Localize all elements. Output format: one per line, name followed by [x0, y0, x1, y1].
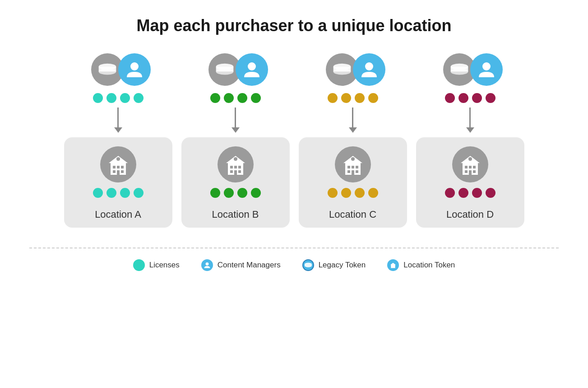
icons-group-D — [443, 53, 497, 86]
svg-point-3 — [130, 62, 139, 70]
dot — [445, 93, 455, 103]
svg-rect-38 — [356, 170, 358, 173]
dots-row-top-C — [328, 93, 378, 103]
svg-rect-11 — [117, 170, 120, 175]
dot — [486, 93, 495, 103]
legend-content-managers-icon — [201, 259, 213, 271]
legend-content-managers: Content Managers — [201, 259, 281, 271]
svg-rect-23 — [230, 170, 233, 173]
dots-row-bottom-B — [210, 188, 261, 198]
svg-rect-37 — [352, 170, 354, 175]
legend-location-token-icon — [387, 259, 399, 271]
svg-point-28 — [333, 68, 351, 75]
svg-rect-36 — [347, 170, 350, 173]
legend-location-token: Location Token — [387, 259, 455, 271]
location-label-A: Location A — [95, 209, 141, 220]
svg-point-42 — [482, 62, 491, 70]
icons-group-B — [208, 53, 263, 86]
person-icon-A — [118, 53, 151, 86]
svg-rect-49 — [465, 170, 468, 173]
svg-rect-25 — [238, 170, 241, 173]
dot — [224, 188, 234, 198]
svg-point-32 — [351, 157, 355, 161]
dot — [237, 188, 247, 198]
svg-point-41 — [450, 68, 468, 75]
svg-rect-47 — [469, 166, 472, 168]
svg-rect-33 — [347, 166, 350, 168]
legend-row: Licenses Content Managers Legacy Token — [133, 259, 455, 271]
svg-point-19 — [234, 157, 237, 161]
dot — [328, 188, 338, 198]
svg-rect-48 — [473, 166, 476, 168]
dot — [368, 188, 378, 198]
legend-licenses-icon — [133, 259, 145, 271]
main-content: Location A — [0, 53, 588, 271]
svg-rect-34 — [352, 166, 354, 168]
svg-point-16 — [248, 62, 256, 70]
svg-point-6 — [116, 157, 120, 161]
person-icon-D — [470, 53, 503, 86]
dot — [210, 93, 220, 103]
dot — [341, 93, 351, 103]
svg-rect-10 — [113, 170, 116, 173]
icons-group-A — [91, 53, 145, 86]
location-label-D: Location D — [446, 209, 494, 220]
svg-point-2 — [98, 68, 116, 75]
dot — [341, 188, 351, 198]
svg-rect-56 — [391, 265, 396, 268]
svg-rect-8 — [117, 166, 120, 168]
purchaser-col-C: Location C — [308, 53, 398, 228]
svg-marker-57 — [390, 263, 396, 265]
building-icon-B — [218, 146, 254, 182]
dot — [93, 188, 103, 198]
legend-licenses-label: Licenses — [149, 261, 180, 270]
dots-row-bottom-A — [93, 188, 144, 198]
arrow-B — [229, 108, 242, 135]
dot — [368, 93, 378, 103]
dot — [106, 93, 116, 103]
legend-legacy-token-label: Legacy Token — [319, 261, 366, 270]
svg-rect-35 — [356, 166, 358, 168]
divider — [29, 248, 559, 248]
svg-rect-51 — [473, 170, 476, 173]
dot — [355, 188, 365, 198]
svg-rect-7 — [113, 166, 116, 168]
purchasers-row: Location A — [73, 53, 515, 228]
dots-row-top-B — [210, 93, 261, 103]
svg-rect-46 — [465, 166, 468, 168]
location-box-A: Location A — [64, 137, 172, 228]
dot — [445, 188, 455, 198]
svg-rect-20 — [230, 166, 233, 168]
arrow-A — [111, 108, 125, 135]
svg-rect-24 — [234, 170, 237, 175]
page-title: Map each purchaser to a unique location — [136, 16, 451, 35]
purchaser-col-B: Location B — [190, 53, 281, 228]
dot — [251, 188, 261, 198]
dot — [486, 188, 495, 198]
svg-point-29 — [365, 62, 373, 70]
dot — [93, 93, 103, 103]
svg-point-45 — [468, 157, 472, 161]
person-icon-C — [353, 53, 385, 86]
dot — [472, 93, 482, 103]
dots-row-top-A — [93, 93, 144, 103]
dots-row-bottom-C — [328, 188, 378, 198]
dots-row-top-D — [445, 93, 495, 103]
svg-rect-12 — [121, 170, 124, 173]
dot — [237, 93, 247, 103]
legend-location-token-label: Location Token — [403, 261, 455, 270]
location-box-C: Location C — [299, 137, 407, 228]
legend-legacy-token-icon — [302, 259, 314, 271]
legend-legacy-token: Legacy Token — [302, 259, 366, 271]
svg-rect-22 — [238, 166, 241, 168]
legend-content-managers-label: Content Managers — [218, 261, 281, 270]
person-icon-B — [236, 53, 268, 86]
dot — [120, 93, 130, 103]
location-box-B: Location B — [181, 137, 290, 228]
dot — [106, 188, 116, 198]
dot — [251, 93, 261, 103]
arrow-D — [463, 108, 477, 135]
location-label-C: Location C — [329, 209, 376, 220]
dot — [210, 188, 220, 198]
svg-rect-50 — [469, 170, 472, 175]
